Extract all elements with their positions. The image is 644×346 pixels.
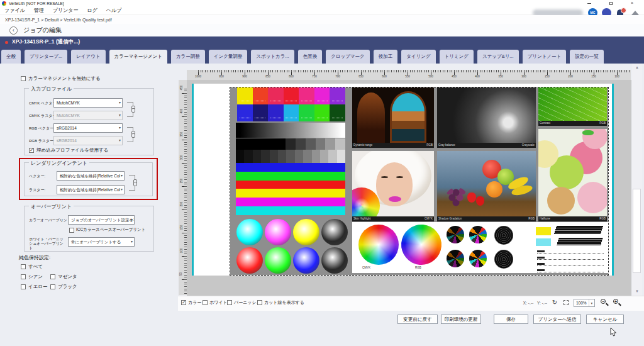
refresh-preview-icon[interactable]: ↻ xyxy=(551,299,558,306)
vertical-scrollbar[interactable]: ▲ ▼ xyxy=(632,64,642,296)
gray-step xyxy=(296,138,306,150)
tab-12[interactable]: ステップ&リ... xyxy=(477,50,519,64)
overprint-title: オーバープリント xyxy=(29,203,74,210)
h-ruler-number: 200 xyxy=(568,75,573,78)
ri-raster-select[interactable]: 相対的な色域を維持(Relative Col▾ xyxy=(57,185,125,194)
test-photo-macarons: HalftoneRGB xyxy=(538,129,607,221)
checkbox-icc-colorspace-overprint[interactable] xyxy=(69,228,74,233)
checkbox-pure-black[interactable] xyxy=(50,284,55,289)
v-ruler-number: 300 xyxy=(180,155,183,160)
ri-vector-select[interactable]: 相対的な色域を維持(Relative Col▾ xyxy=(57,171,125,181)
tab-5[interactable]: インク量調整 xyxy=(209,50,248,64)
preview-canvas[interactable]: CMYK RGB xyxy=(187,80,631,296)
titlebar: VerteLith [NOT FOR RESALE] × xyxy=(0,0,644,6)
tab-4[interactable]: カラー調整 xyxy=(171,50,205,64)
menu-help[interactable]: ヘルプ xyxy=(102,6,126,15)
checkbox-show-white-label: ホワイト xyxy=(209,299,228,306)
tab-11[interactable]: トリミング xyxy=(440,50,474,64)
scrollbar-down-arrow[interactable]: ▼ xyxy=(632,287,642,296)
checkbox-disable-color-management[interactable] xyxy=(21,76,26,81)
cancel-button[interactable]: キャンセル xyxy=(586,315,624,324)
gradient-ball xyxy=(321,247,348,274)
gray-step xyxy=(316,138,326,150)
checkbox-pure-cyan[interactable] xyxy=(21,274,26,279)
tab-8[interactable]: クロップマーク xyxy=(326,50,370,64)
checkbox-show-white[interactable] xyxy=(203,300,208,305)
color-wheel-cmyk xyxy=(358,225,399,265)
gray-step xyxy=(312,150,320,163)
rgb-vector-label: RGB ベクター: xyxy=(29,126,55,131)
color-overprint-select[interactable]: ジョブのオーバープリント設定を有効に▾ xyxy=(68,215,135,225)
tab-1[interactable]: プリンタープ... xyxy=(25,50,67,64)
gray-step xyxy=(286,150,294,163)
zoom-level-select[interactable]: 100%▾ xyxy=(574,299,595,307)
rgb-vector-select[interactable]: sRGB2014▾ xyxy=(53,123,123,133)
scrollbar-up-arrow[interactable]: ▲ xyxy=(632,64,642,72)
v-ruler-number: 400 xyxy=(180,109,183,114)
checkbox-show-color[interactable] xyxy=(181,300,186,305)
white-varnish-overprint-label: ホワイト・バーニッシュオーバープリント xyxy=(29,237,65,250)
color-patch-grid xyxy=(237,87,345,121)
smooth-gray-gradient xyxy=(236,123,345,138)
menu-manage[interactable]: 管理 xyxy=(30,6,48,15)
ri-link-chain-icon[interactable] xyxy=(133,179,137,186)
checkbox-pure-yellow[interactable] xyxy=(21,284,26,289)
tab-0[interactable]: 全般 xyxy=(1,50,21,64)
h-ruler-number: 650 xyxy=(358,75,364,78)
gradient-ball xyxy=(236,219,263,245)
tab-3[interactable]: カラーマネージメント xyxy=(109,50,167,64)
gray-step xyxy=(328,150,336,163)
wheel-cmyk-label: CMYK xyxy=(362,266,370,269)
cursor-x-coordinate: X: -.-- xyxy=(523,301,533,305)
gray-step xyxy=(270,150,278,163)
cmyk-link-chain-icon[interactable] xyxy=(131,106,135,113)
color-patch xyxy=(330,87,345,104)
menu-printer[interactable]: プリンター xyxy=(48,6,83,15)
cmyk-vector-select[interactable]: MutohCMYK▾ xyxy=(53,98,123,108)
revert-button[interactable]: 変更前に戻す xyxy=(397,315,438,324)
back-button[interactable]: ‹ xyxy=(9,26,18,35)
h-ruler-number: 550 xyxy=(405,75,410,78)
test-chart-page: CMYK RGB xyxy=(230,87,608,275)
fit-to-window-icon[interactable] xyxy=(562,299,570,306)
solid-color-bar xyxy=(236,198,345,206)
tab-10[interactable]: タイリング xyxy=(401,50,435,64)
checkbox-show-cutline[interactable] xyxy=(257,300,262,305)
color-patch xyxy=(268,87,284,104)
checkbox-pure-all-label: すべて xyxy=(28,264,43,270)
tab-9[interactable]: 後加工 xyxy=(374,50,398,64)
cursor-y-coordinate: Y: -.-- xyxy=(537,301,547,305)
tab-13[interactable]: プリントノート xyxy=(523,50,567,64)
save-button[interactable]: 保存 xyxy=(494,315,528,324)
checkbox-pure-magenta[interactable] xyxy=(50,274,55,279)
white-varnish-overprint-select[interactable]: 常にオーバープリントする▾ xyxy=(68,237,135,247)
v-ruler-number: 100 xyxy=(180,248,183,254)
gray-step xyxy=(275,138,286,150)
checkbox-pure-yellow-label: イエロー xyxy=(28,284,48,290)
update-print-env-button[interactable]: 印刷環境の更新 xyxy=(441,315,481,324)
checkbox-embedded-profile[interactable] xyxy=(29,148,34,153)
close-button[interactable]: × xyxy=(628,0,636,6)
tab-2[interactable]: レイアウト xyxy=(71,50,105,64)
send-to-printer-button[interactable]: プリンターへ送信 xyxy=(533,315,581,324)
menubar: ファイル 管理 プリンター ログ ヘルプ MC xyxy=(0,6,644,15)
gray-step xyxy=(246,138,256,150)
maximize-button[interactable] xyxy=(606,0,615,6)
menu-file[interactable]: ファイル xyxy=(0,6,30,15)
color-patch xyxy=(268,104,284,121)
gray-step xyxy=(236,138,246,150)
zoom-in-icon[interactable]: + xyxy=(613,298,621,307)
checkbox-show-varnish[interactable] xyxy=(227,300,232,305)
minimize-button[interactable] xyxy=(585,0,594,6)
scrollbar-thumb[interactable] xyxy=(633,189,641,273)
gray-step-row-1 xyxy=(236,138,345,150)
zoom-out-icon[interactable]: − xyxy=(600,298,609,307)
checkbox-pure-all[interactable] xyxy=(21,264,26,269)
collapse-arrow-icon[interactable] xyxy=(631,11,639,15)
rgb-link-chain-icon[interactable] xyxy=(131,131,135,138)
tab-7[interactable]: 色置換 xyxy=(298,50,323,64)
tab-14[interactable]: 設定の一覧 xyxy=(570,50,604,64)
vertical-ruler: 45040035030025020015010050 xyxy=(179,80,187,295)
menu-log[interactable]: ログ xyxy=(83,6,102,15)
tab-6[interactable]: スポットカラ... xyxy=(251,50,294,64)
